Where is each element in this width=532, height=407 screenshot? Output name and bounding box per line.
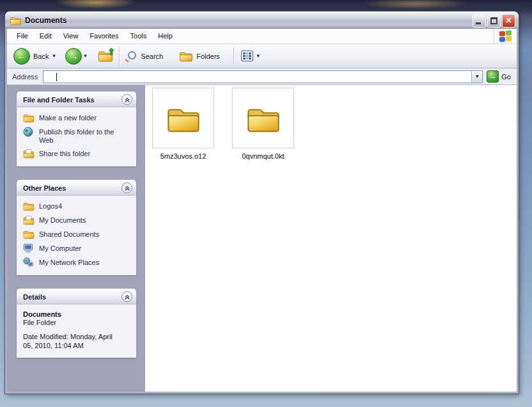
place-my-network-places[interactable]: My Network Places [23, 258, 131, 267]
shared-documents-icon [23, 229, 35, 239]
window-folder-icon [10, 15, 22, 26]
panel-title: File and Folder Tasks [23, 96, 95, 104]
collapse-button[interactable] [121, 94, 132, 105]
folder-icon [166, 103, 201, 134]
collapse-button[interactable] [121, 291, 132, 302]
go-label: Go [501, 73, 511, 81]
panel-other-places: Other Places Logos4 My Documents [17, 180, 136, 275]
my-documents-icon [23, 215, 35, 225]
folders-button[interactable]: Folders [176, 49, 224, 63]
panel-header-other-places[interactable]: Other Places [17, 180, 136, 196]
search-button[interactable]: Search [124, 50, 168, 63]
up-arrow-icon: ⬆ [108, 47, 116, 57]
menu-edit[interactable]: Edit [34, 29, 58, 44]
address-dropdown-button[interactable]: ▼ [471, 71, 482, 83]
back-button[interactable]: ← Back ▼ [11, 47, 63, 66]
task-publish-folder[interactable]: Publish this folder to the Web [23, 127, 131, 145]
place-label: Logos4 [39, 202, 62, 211]
toolbar-separator [119, 47, 120, 65]
my-network-places-icon [23, 257, 33, 267]
menu-help[interactable]: Help [152, 29, 178, 44]
new-folder-icon [23, 113, 35, 123]
minimize-button[interactable] [473, 14, 486, 28]
go-button[interactable]: → Go [487, 70, 515, 83]
task-label: Make a new folder [39, 113, 97, 122]
share-folder-icon [23, 148, 35, 159]
folder-thumbnail [232, 88, 294, 148]
back-icon: ← [13, 48, 30, 65]
task-label: Publish this folder to the Web [39, 127, 122, 145]
panel-details: Details Documents File Folder Date Modif… [17, 289, 136, 358]
place-my-documents[interactable]: My Documents [23, 216, 131, 225]
minimize-icon [476, 22, 481, 24]
collapse-button[interactable] [121, 182, 132, 193]
back-label: Back [33, 52, 49, 60]
menu-file[interactable]: File [11, 29, 34, 44]
folders-icon [179, 50, 193, 62]
back-dropdown-icon[interactable]: ▼ [51, 53, 56, 59]
menu-favorites[interactable]: Favorites [84, 29, 124, 44]
panel-header-file-folder-tasks[interactable]: File and Folder Tasks [17, 92, 136, 108]
forward-button[interactable]: → ▼ [63, 47, 94, 66]
chevron-up-icon [124, 185, 130, 191]
chevron-up-icon [124, 294, 130, 300]
windows-logo [494, 29, 517, 44]
panel-title: Other Places [23, 184, 66, 192]
task-share-folder[interactable]: Share this folder [23, 149, 131, 159]
views-icon [241, 51, 253, 61]
go-arrow-icon: → [487, 70, 499, 83]
folders-label: Folders [196, 52, 220, 60]
place-label: Shared Documents [39, 230, 99, 239]
maximize-button[interactable] [487, 14, 501, 28]
folder-icon [23, 201, 35, 211]
address-field: ▼ [43, 70, 483, 83]
folder-thumbnail [152, 88, 214, 148]
menu-bar: File Edit View Favorites Tools Help [7, 29, 517, 44]
place-label: My Network Places [39, 258, 99, 267]
address-input[interactable] [43, 71, 471, 83]
address-bar: Address ▼ → Go [7, 68, 517, 85]
place-my-computer[interactable]: My Computer [23, 244, 131, 253]
file-name: 0qvnmqut.0kt [242, 152, 284, 160]
task-make-new-folder[interactable]: Make a new folder [23, 113, 131, 123]
menu-tools[interactable]: Tools [125, 29, 153, 44]
menu-view[interactable]: View [58, 29, 84, 44]
views-dropdown-icon[interactable]: ▼ [256, 53, 261, 59]
place-label: My Computer [39, 244, 81, 253]
windows-flag-icon [499, 29, 512, 42]
toolbar-separator [233, 47, 234, 65]
text-caret [56, 73, 57, 81]
details-folder-type: File Folder [23, 319, 130, 326]
task-pane-sidebar: File and Folder Tasks Make a new folder [7, 85, 145, 392]
panel-header-details[interactable]: Details [17, 289, 136, 305]
file-name: 5mz3uvos.o12 [160, 152, 207, 160]
task-label: Share this folder [39, 149, 90, 158]
window-title: Documents [25, 16, 473, 25]
forward-icon: → [65, 48, 82, 65]
place-logos4[interactable]: Logos4 [23, 202, 131, 211]
file-tile[interactable]: 5mz3uvos.o12 [152, 88, 214, 160]
place-label: My Documents [39, 216, 86, 225]
publish-globe-icon [23, 127, 33, 137]
search-label: Search [141, 52, 163, 60]
close-icon: ✕ [505, 16, 512, 25]
forward-dropdown-icon[interactable]: ▼ [82, 53, 88, 59]
maximize-icon [490, 17, 497, 24]
explorer-window: Documents ✕ File Edit View Favorites Too… [5, 12, 519, 394]
folder-icon [246, 103, 281, 134]
details-folder-name: Documents [23, 310, 130, 318]
chevron-up-icon [124, 97, 130, 103]
file-tile[interactable]: 0qvnmqut.0kt [232, 88, 294, 160]
panel-title: Details [23, 293, 46, 301]
views-button[interactable]: ▼ [239, 49, 267, 63]
title-bar[interactable]: Documents ✕ [5, 12, 519, 29]
close-button[interactable]: ✕ [502, 14, 515, 28]
my-computer-icon [23, 243, 33, 253]
place-shared-documents[interactable]: Shared Documents [23, 230, 131, 239]
file-list-view[interactable]: 5mz3uvos.o12 0qvnmqut.0kt [145, 85, 517, 392]
up-button[interactable]: ⬆ [98, 49, 114, 64]
details-date-modified: Date Modified: Monday, April 05, 2010, 1… [23, 332, 119, 350]
address-label: Address [12, 73, 38, 81]
standard-buttons-toolbar: ← Back ▼ → ▼ ⬆ Search Folders [7, 44, 517, 68]
panel-file-folder-tasks: File and Folder Tasks Make a new folder [17, 92, 136, 166]
